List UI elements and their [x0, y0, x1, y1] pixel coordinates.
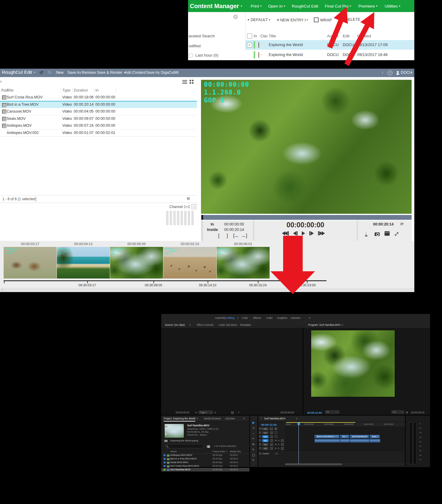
playhead[interactable] [202, 215, 203, 220]
close-timeline-icon[interactable]: × [261, 417, 262, 420]
tab-libraries[interactable]: Libraries [291, 316, 301, 319]
col-title[interactable]: Title [269, 34, 276, 38]
col-class[interactable]: Class [260, 34, 267, 38]
filmstrip-clip-beach[interactable]: 00:00:00:21 1.1.268.0 GOP 1 [57, 247, 110, 278]
col-in[interactable]: In [95, 88, 98, 92]
sync-lock-icon[interactable] [270, 439, 273, 442]
track-badge[interactable]: V3 [262, 428, 268, 430]
hand-tool[interactable]: ◯ [252, 453, 255, 456]
sync-lock-icon[interactable] [270, 431, 273, 434]
voiceover-icon[interactable] [281, 439, 284, 442]
remove-button[interactable]: Remove [82, 70, 96, 75]
save-as-button[interactable]: Save As [67, 70, 81, 75]
timeline-audio-clip[interactable] [369, 439, 380, 443]
filmstrip-clip-antelopes[interactable]: 00:00:04:07 1.1.268.0 GOP 1 [4, 247, 57, 278]
row-title[interactable]: Exploring the World [269, 42, 303, 47]
source-panel-menu-icon[interactable]: ≡ [189, 323, 191, 326]
next-clip-button[interactable] [318, 231, 325, 235]
app-title-menu[interactable]: Content Manager ▾ [190, 3, 242, 10]
sync-lock-icon[interactable] [270, 443, 273, 446]
bin-name[interactable]: Exploring the World.prproj [170, 439, 198, 442]
sync-lock-icon[interactable] [270, 447, 273, 450]
cm-filter-button[interactable]: ▼ DEFAULT ▾ [247, 17, 270, 22]
program-panel-menu-icon[interactable]: ≡ [342, 323, 343, 326]
user-menu[interactable]: DOCU [401, 70, 412, 75]
clip-row-selected[interactable]: Bird in a Tree.MOV Video 00:00:20:14 00:… [0, 101, 197, 109]
timeline-audio-clip[interactable] [350, 439, 369, 443]
timeline-audio-clip[interactable] [340, 439, 350, 443]
mark-in-button[interactable]: [ [218, 233, 219, 238]
timeline-ruler[interactable]: 00:00 00:00:15:00 00:00:30:00 00:00:45:0… [285, 422, 405, 427]
menu-utilities[interactable]: Utilities ▾ [385, 4, 400, 8]
tab-media-browser[interactable]: Media Browser [204, 417, 221, 420]
lock-icon[interactable] [259, 439, 261, 441]
tab-project[interactable]: Project: Exploring the World [164, 417, 195, 422]
filmstrip-ruler[interactable] [4, 280, 326, 281]
col-author[interactable]: Author [327, 34, 338, 38]
refresh-icon[interactable]: ⟳ [400, 222, 404, 226]
tab-libraries-panel[interactable]: Libraries [225, 417, 235, 420]
razor-tool[interactable]: ✂ [252, 437, 254, 440]
page-selector[interactable]: Page 1 ⌄ [199, 411, 213, 414]
track-badge-active[interactable]: V1 [262, 435, 268, 438]
track-header-v3[interactable]: V3 [258, 427, 285, 431]
mute-button[interactable]: M [275, 440, 277, 441]
player-video[interactable]: 00:00:00:00 1.1.268.0 GOP 1 [201, 80, 412, 214]
project-overflow-icon[interactable]: » [243, 417, 245, 420]
zoom-level-select[interactable]: Fit ⌄ [325, 410, 339, 414]
col-name[interactable]: Name [170, 450, 177, 453]
row-swatch[interactable] [164, 462, 165, 463]
step-forward-button[interactable] [309, 231, 314, 235]
search-input[interactable] [164, 444, 203, 448]
voiceover-icon[interactable] [281, 447, 284, 450]
source-settings-icon[interactable] [231, 411, 234, 414]
project-panel-menu-icon[interactable]: ≡ [197, 417, 198, 420]
row-swatch[interactable] [164, 458, 165, 460]
cm-row-selected[interactable]: ✓ Exploring the World DOCU DOCU 09/13/20… [245, 40, 414, 50]
ripple-edit-tool[interactable]: ↔ [252, 432, 255, 435]
lock-icon[interactable] [259, 453, 261, 455]
scroll-left-icon[interactable]: ‹ [2, 287, 3, 292]
pen-tool[interactable]: ✎ [252, 448, 254, 451]
fullscreen-button[interactable]: ⤢ [395, 231, 398, 237]
timeline-clip[interactable]: Bird in a Tree.MOV.A [314, 435, 339, 438]
int-tc-button[interactable]: Int TC [385, 231, 390, 236]
play-button[interactable] [302, 231, 305, 235]
grid-view-icon[interactable] [190, 80, 191, 81]
cm-delete-button[interactable]: DELETE [340, 17, 360, 22]
project-row[interactable]: Surf Costa Rica.MOV.MOV 25.00 fps 00:00:… [161, 464, 249, 468]
slip-tool[interactable]: ⇆ [252, 443, 254, 446]
track-header-a2[interactable]: A2 M S [258, 443, 285, 447]
col-media-start[interactable]: Media Sta [230, 450, 241, 453]
tab-color[interactable]: Color [242, 316, 248, 319]
row-title[interactable]: Exploring the World [269, 52, 303, 57]
roughcut-title-menu[interactable]: RoughCut Edit ▾ [2, 70, 35, 75]
playback-resolution-select[interactable]: 1/2 ⌄ [391, 410, 404, 414]
track-header-a3[interactable]: A3 M S [258, 446, 285, 451]
toggle-track-output-icon[interactable] [275, 427, 277, 430]
tab-audio[interactable]: Audio [266, 316, 273, 319]
menu-open-in[interactable]: Open In ▾ [268, 4, 285, 8]
add-content-button[interactable]: Add Content [125, 70, 146, 75]
in-out-search-icon[interactable] [207, 445, 210, 448]
tab-source[interactable]: Source: (no clips) [165, 323, 185, 326]
mute-button[interactable]: M [275, 443, 277, 445]
save-render-button[interactable]: Save & Render ▾ [97, 70, 125, 75]
new-button[interactable]: New [56, 70, 63, 75]
track-lane-v3[interactable] [285, 427, 405, 431]
track-badge[interactable]: A3 [262, 447, 268, 450]
clip-row[interactable]: Carousel.MOV Video 00:00:04:05 00:00:00:… [0, 108, 197, 115]
chevron-down-icon[interactable]: ▾ [411, 71, 413, 74]
channel-dropdown[interactable]: ⌄ [191, 204, 196, 209]
filmstrip-clip-tree[interactable]: 00:00:04:05 1.1.268.0 GOP 1 [110, 247, 163, 278]
channel-selector[interactable]: Channel 1+2 ⌄ [169, 204, 196, 209]
lock-icon[interactable] [259, 431, 261, 434]
sync-lock-icon[interactable] [270, 428, 273, 430]
menu-final-cut-pro[interactable]: Final Cut Pro ▾ [325, 4, 351, 8]
timeline-clip[interactable]: Surf Costa Rica.M [350, 435, 369, 438]
program-video[interactable] [311, 330, 395, 397]
voiceover-icon[interactable] [281, 443, 284, 446]
selection-tool[interactable]: ▶ [252, 421, 255, 424]
menu-roughcut-edit[interactable]: RoughCut Edit [292, 4, 318, 8]
filmstrip-scrollbar[interactable]: ‹ [0, 288, 414, 292]
